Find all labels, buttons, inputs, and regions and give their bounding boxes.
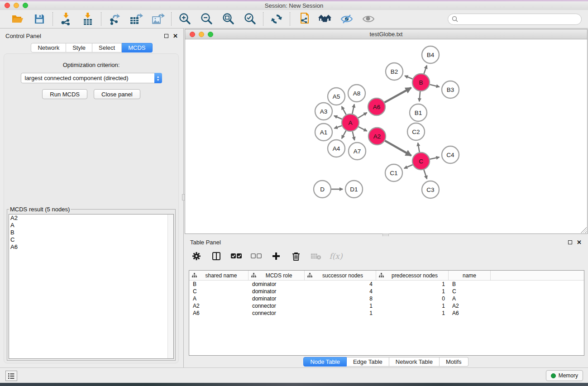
graph-node-A6[interactable]: A6 <box>368 98 385 115</box>
table-row[interactable]: Adominator80A <box>189 295 584 302</box>
graph-edge-A-A8[interactable] <box>352 104 354 114</box>
float-table-panel-icon[interactable] <box>568 240 572 244</box>
mcds-result-item[interactable]: A6 <box>9 243 173 251</box>
select-all-icon[interactable] <box>231 251 242 262</box>
graph-node-A1[interactable]: A1 <box>315 124 332 141</box>
graph-edge-A-A2[interactable] <box>359 127 367 131</box>
graph-edge-C-C4[interactable] <box>430 157 440 159</box>
graph-edge-A-A4[interactable] <box>342 131 346 138</box>
close-table-panel-icon[interactable]: ✕ <box>577 240 582 244</box>
search-input[interactable] <box>460 16 578 22</box>
task-history-button[interactable] <box>5 371 17 381</box>
zoom-in-icon[interactable] <box>177 12 192 26</box>
graph-edge-B-B2[interactable] <box>405 76 412 79</box>
mcds-result-item[interactable]: A <box>9 222 173 229</box>
export-image-icon[interactable] <box>151 12 165 26</box>
table-row[interactable]: Cdominator41C <box>189 288 584 295</box>
node-table[interactable]: shared nameMCDS rolesuccessor nodesprede… <box>189 270 584 356</box>
graph-edge-C-C2[interactable] <box>418 143 419 152</box>
settings-gear-icon[interactable] <box>191 251 202 262</box>
refresh-icon[interactable] <box>269 12 284 26</box>
tab-motifs[interactable]: Motifs <box>440 357 468 367</box>
save-session-icon[interactable] <box>32 12 47 26</box>
tab-edge-table[interactable]: Edge Table <box>347 357 389 367</box>
float-panel-icon[interactable] <box>164 34 168 38</box>
graph-edge-C-C3[interactable] <box>424 170 427 179</box>
mcds-result-item[interactable]: A2 <box>9 214 173 222</box>
graph-edge-A6-B[interactable] <box>385 88 411 102</box>
function-builder-icon[interactable]: f(x) <box>330 251 341 262</box>
table-row[interactable]: A2connector11A2 <box>189 302 584 310</box>
search-field[interactable] <box>448 14 582 25</box>
zoom-out-icon[interactable] <box>199 12 214 26</box>
zoom-fit-icon[interactable] <box>221 12 235 26</box>
graph-node-A3[interactable]: A3 <box>315 103 332 120</box>
deselect-all-icon[interactable] <box>251 251 262 262</box>
network-canvas[interactable]: B4B2BB3A8A5A6A3B1AC2A1A2A4A7C4CC1C3DD1 <box>185 40 587 234</box>
graph-edge-A-A1[interactable] <box>335 126 342 129</box>
result-scrollbar[interactable] <box>167 214 173 358</box>
graph-node-B4[interactable]: B4 <box>422 46 439 63</box>
column-header-successor-nodes[interactable]: successor nodes <box>305 271 376 280</box>
graph-node-C2[interactable]: C2 <box>407 123 425 140</box>
graph-edge-C-C1[interactable] <box>404 165 413 168</box>
close-panel-icon[interactable]: ✕ <box>173 34 178 38</box>
mcds-result-item[interactable]: C <box>9 236 173 243</box>
graph-node-B3[interactable]: B3 <box>442 81 459 98</box>
table-row[interactable]: Bdominator41B <box>189 281 584 288</box>
hide-selected-icon[interactable] <box>339 12 354 26</box>
network-window-titlebar[interactable]: testGlobe.txt <box>185 29 587 39</box>
close-network-button[interactable] <box>190 32 195 37</box>
window-resize-grip[interactable] <box>581 227 587 233</box>
zoom-selected-icon[interactable] <box>243 12 257 26</box>
graph-edge-A-A6[interactable] <box>358 113 367 118</box>
tab-node-table[interactable]: Node Table <box>303 357 347 367</box>
export-table-icon[interactable] <box>129 12 143 26</box>
graph-edge-A2-C[interactable] <box>385 141 411 156</box>
graph-node-D1[interactable]: D1 <box>345 181 363 198</box>
minimize-window-button[interactable] <box>14 3 19 8</box>
close-panel-button[interactable]: Close panel <box>94 89 140 99</box>
zoom-window-button[interactable] <box>23 3 28 8</box>
graph-edge-A-A3[interactable] <box>334 116 342 119</box>
home-icon[interactable] <box>318 12 332 26</box>
graph-edge-B-B3[interactable] <box>430 85 439 87</box>
graph-node-A4[interactable]: A4 <box>328 140 345 157</box>
delete-column-icon[interactable] <box>291 251 301 262</box>
mcds-result-item[interactable]: B <box>9 229 173 236</box>
tab-select[interactable]: Select <box>92 43 122 52</box>
mcds-result-list[interactable]: A2ABCA6 <box>9 214 174 359</box>
tab-network-table[interactable]: Network Table <box>389 357 440 367</box>
column-header-predecessor-nodes[interactable]: predecessor nodes <box>376 271 449 280</box>
graph-node-A2[interactable]: A2 <box>368 128 386 145</box>
graph-node-B[interactable]: B <box>412 74 430 91</box>
import-network-icon[interactable] <box>59 12 73 26</box>
graph-edge-B-B4[interactable] <box>424 66 427 74</box>
column-header-name[interactable]: name <box>449 271 491 280</box>
memory-button[interactable]: Memory <box>546 370 583 381</box>
run-mcds-button[interactable]: Run MCDS <box>42 89 87 99</box>
open-file-icon[interactable] <box>10 12 25 26</box>
table-row[interactable]: A6connector11A6 <box>189 310 584 317</box>
tab-mcds[interactable]: MCDS <box>122 43 152 52</box>
graph-node-A7[interactable]: A7 <box>349 143 366 160</box>
tab-style[interactable]: Style <box>66 43 92 52</box>
graph-node-C3[interactable]: C3 <box>422 181 439 198</box>
graph-node-A8[interactable]: A8 <box>348 85 365 102</box>
add-column-icon[interactable] <box>271 251 282 262</box>
column-view-icon[interactable] <box>211 251 222 262</box>
graph-edge-B-B1[interactable] <box>419 91 420 101</box>
graph-edge-A-A5[interactable] <box>342 106 346 114</box>
graph-node-C4[interactable]: C4 <box>442 146 459 163</box>
column-header-shared-name[interactable]: shared name <box>189 271 249 280</box>
import-table-icon[interactable] <box>81 12 95 26</box>
minimize-network-button[interactable] <box>199 32 204 37</box>
graph-node-C1[interactable]: C1 <box>385 164 402 181</box>
graph-node-C[interactable]: C <box>412 152 430 170</box>
graph-node-B2[interactable]: B2 <box>386 63 403 80</box>
graph-node-B1[interactable]: B1 <box>410 104 427 121</box>
graph-node-A5[interactable]: A5 <box>328 88 345 105</box>
tab-network[interactable]: Network <box>31 43 66 52</box>
graph-node-A[interactable]: A <box>342 114 359 131</box>
column-header-MCDS-role[interactable]: MCDS role <box>249 271 305 280</box>
